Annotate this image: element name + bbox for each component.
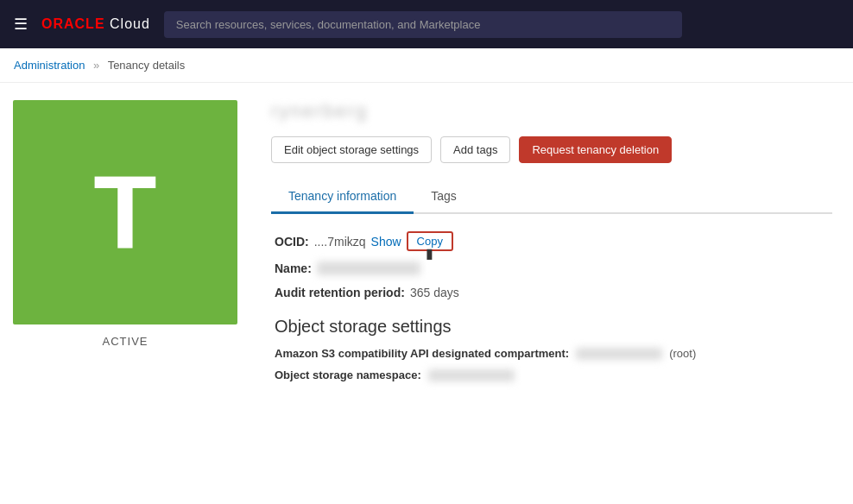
tab-tenancy-information[interactable]: Tenancy information <box>271 180 414 214</box>
ocid-label: OCID: <box>275 235 309 249</box>
namespace-label: Object storage namespace: <box>275 369 421 381</box>
name-value-blurred <box>317 261 420 275</box>
request-deletion-button[interactable]: Request tenancy deletion <box>519 136 672 163</box>
namespace-value <box>428 369 515 381</box>
audit-retention-label: Audit retention period: <box>275 286 405 299</box>
cursor-icon: ▮ <box>426 245 433 261</box>
breadcrumb: Administration » Tenancy details <box>0 48 853 83</box>
left-panel: T ACTIVE <box>0 83 250 407</box>
tab-tags[interactable]: Tags <box>414 180 474 214</box>
cloud-word: Cloud <box>110 16 150 31</box>
oracle-logo: ORACLE Cloud <box>41 16 150 32</box>
ocid-partial-value: ....7mikzq <box>314 235 366 249</box>
top-navigation: ☰ ORACLE Cloud <box>0 0 853 48</box>
audit-retention-row: Audit retention period: 365 days <box>275 286 829 299</box>
tenancy-avatar-letter: T <box>93 161 156 264</box>
tenancy-status: ACTIVE <box>103 335 148 348</box>
object-storage-heading: Object storage settings <box>275 317 829 337</box>
edit-storage-button[interactable]: Edit object storage settings <box>271 136 432 163</box>
tenancy-name: rynerberg <box>271 100 832 123</box>
search-input[interactable] <box>164 11 682 38</box>
s3-root-label: (root) <box>669 347 696 360</box>
name-row: Name: <box>275 261 829 275</box>
s3-compatibility-row: Amazon S3 compatibility API designated c… <box>275 347 829 360</box>
tabs: Tenancy information Tags <box>271 180 832 214</box>
hamburger-icon[interactable]: ☰ <box>14 15 28 34</box>
tenancy-avatar: T <box>13 100 237 324</box>
s3-label: Amazon S3 compatibility API designated c… <box>275 347 569 360</box>
oracle-word: ORACLE <box>41 16 105 31</box>
tenancy-info-section: OCID: ....7mikzq Show Copy ▮ Name: Audit… <box>271 231 832 381</box>
main-content: T ACTIVE rynerberg Edit object storage s… <box>0 83 853 407</box>
breadcrumb-separator: » <box>93 59 99 72</box>
s3-compartment-value <box>576 348 662 360</box>
ocid-row: OCID: ....7mikzq Show Copy ▮ <box>275 231 829 251</box>
audit-retention-value: 365 days <box>410 286 459 299</box>
action-buttons: Edit object storage settings Add tags Re… <box>271 136 832 163</box>
right-panel: rynerberg Edit object storage settings A… <box>250 83 853 407</box>
breadcrumb-admin-link[interactable]: Administration <box>14 59 85 72</box>
show-ocid-button[interactable]: Show <box>371 235 401 249</box>
namespace-row: Object storage namespace: <box>275 369 829 381</box>
name-label: Name: <box>275 261 312 275</box>
breadcrumb-current: Tenancy details <box>108 59 186 72</box>
add-tags-button[interactable]: Add tags <box>440 136 510 163</box>
